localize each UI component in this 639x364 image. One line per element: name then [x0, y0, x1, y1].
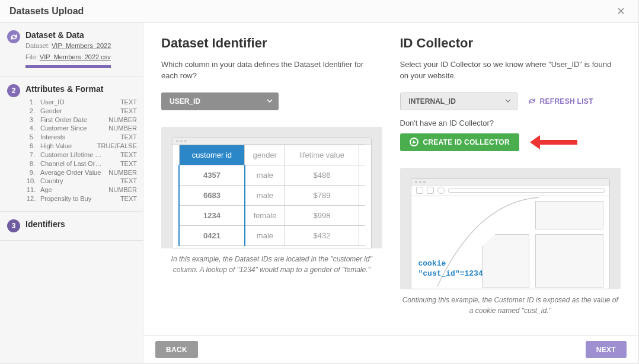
wizard-footer: BACK NEXT: [143, 335, 638, 363]
attribute-row: 6.High ValueTRUE/FALSE: [27, 142, 137, 151]
id-collector-subq: Don't have an ID Collector?: [400, 119, 621, 127]
attribute-row: 11.AgeNUMBER: [27, 186, 137, 194]
id-collector-caption: Continuing this example, the Customer ID…: [400, 295, 621, 316]
attribute-row: 7.Customer Lifetime …TEXT: [27, 151, 137, 159]
callout-arrow-icon: [530, 136, 577, 148]
code-line: "cust_id"=1234: [418, 269, 483, 279]
dataset-identifier-select[interactable]: USER_ID: [161, 92, 279, 110]
step-3-number-icon: 3: [7, 219, 20, 232]
step-2[interactable]: 2 Attributes & Format 1.User_IDTEXT2.Gen…: [0, 76, 143, 212]
next-button[interactable]: NEXT: [586, 341, 627, 358]
id-collector-illustration: cookie "cust_id"=1234: [400, 168, 621, 289]
dataset-identifier-section: Dataset Identifier Which column in your …: [161, 36, 382, 316]
dataset-identifier-illustration: customer idgenderlifetime value4357male$…: [161, 127, 382, 248]
step-1[interactable]: Dataset & Data Dataset: VIP_Members_2022…: [0, 23, 143, 76]
create-id-collector-button[interactable]: CREATE ID COLLECTOR: [400, 133, 519, 151]
attribute-row: 8.Channel of Last Or…TEXT: [27, 159, 137, 168]
attribute-row: 4.Customer SinceNUMBER: [27, 124, 137, 133]
wizard-sidebar: Dataset & Data Dataset: VIP_Members_2022…: [0, 23, 143, 363]
dialog-header: Datasets Upload ✕: [0, 0, 638, 23]
attribute-row: 2.GenderTEXT: [27, 107, 137, 116]
attribute-row: 12.Propensity to BuyTEXT: [27, 194, 137, 203]
id-collector-select[interactable]: INTERNAL_ID: [400, 92, 517, 110]
attribute-row: 10.CountryTEXT: [27, 177, 137, 186]
step-1-file: File: VIP_Members_2022.csv: [25, 53, 111, 62]
refresh-icon: [7, 30, 20, 43]
refresh-list-button[interactable]: REFRESH LIST: [528, 97, 593, 106]
file-link[interactable]: VIP_Members_2022.csv: [40, 53, 111, 60]
dataset-identifier-caption: In this example, the Dataset IDs are loc…: [161, 254, 382, 275]
plus-circle-icon: [410, 138, 418, 146]
id-collector-heading: ID Collector: [400, 36, 621, 51]
dataset-identifier-value: USER_ID: [170, 97, 200, 106]
id-collector-value: INTERNAL_ID: [409, 97, 456, 106]
progress-bar: [25, 65, 111, 68]
attribute-row: 3.First Order DateNUMBER: [27, 116, 137, 124]
step-3[interactable]: 3 Identifiers: [0, 212, 143, 241]
step-1-dataset: Dataset: VIP_Members_2022: [25, 41, 111, 51]
id-collector-section: ID Collector Select your ID Collector so…: [400, 36, 621, 316]
refresh-icon: [528, 97, 536, 105]
dataset-identifier-desc: Which column in your data defines the Da…: [161, 59, 382, 82]
dataset-link[interactable]: VIP_Members_2022: [52, 42, 111, 49]
dataset-identifier-heading: Dataset Identifier: [161, 36, 382, 51]
dialog-title: Datasets Upload: [9, 6, 84, 17]
step-1-title: Dataset & Data: [25, 30, 111, 40]
step-3-title: Identifiers: [25, 219, 65, 229]
code-line: cookie: [418, 258, 483, 269]
back-button[interactable]: BACK: [155, 341, 198, 358]
attribute-row: 1.User_IDTEXT: [27, 98, 137, 107]
attribute-row: 9.Average Order ValueNUMBER: [27, 168, 137, 177]
step-2-number-icon: 2: [7, 84, 20, 97]
close-icon[interactable]: ✕: [613, 2, 629, 20]
step-2-title: Attributes & Format: [25, 84, 137, 94]
attribute-row: 5.InterestsTEXT: [27, 133, 137, 142]
chevron-down-icon: [267, 97, 273, 106]
chevron-down-icon: [505, 97, 511, 106]
id-collector-desc: Select your ID Collector so we know wher…: [400, 59, 621, 82]
